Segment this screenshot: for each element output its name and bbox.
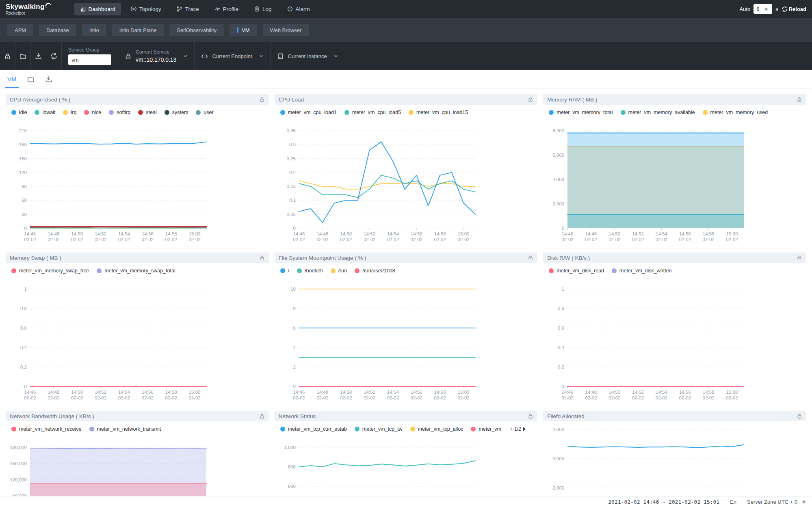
chart-panel-header: CPU Load <box>275 94 538 105</box>
legend-item-meter_vm_tcp_alloc[interactable]: meter_vm_tcp_alloc <box>410 426 463 432</box>
lock-icon[interactable] <box>797 97 802 102</box>
chart-title: CPU Load <box>279 97 304 103</box>
svg-text:02-02: 02-02 <box>118 237 130 242</box>
legend-item-system[interactable]: system <box>165 110 188 115</box>
legend-item-meter_vm_tcp_tw[interactable]: meter_vm_tcp_tw <box>355 426 403 432</box>
dashboard-tab-vm[interactable]: VM <box>230 24 257 36</box>
legend-item-nice[interactable]: nice <box>84 110 101 115</box>
lock-icon[interactable] <box>797 255 802 261</box>
legend-item-steal[interactable]: steal <box>138 110 156 115</box>
legend-item-iowait[interactable]: iowait <box>35 110 55 115</box>
chevron-down-icon[interactable] <box>333 54 338 58</box>
current-endpoint-section[interactable]: Current Endpoint <box>195 42 270 70</box>
menu-item-topology[interactable]: Topology <box>125 3 167 15</box>
language-toggle[interactable]: En <box>730 499 736 505</box>
legend-dot <box>138 110 143 115</box>
dashboard-tab-database[interactable]: Database <box>39 24 76 36</box>
svg-text:4,000: 4,000 <box>553 177 565 182</box>
lock-icon[interactable] <box>259 97 265 102</box>
chevron-down-icon[interactable] <box>259 54 264 58</box>
toolbar-save-button[interactable] <box>31 42 46 70</box>
menu-item-alarm[interactable]: Alarm <box>281 3 316 15</box>
legend-item-meter_vm_tcp_curr_estab[interactable]: meter_vm_tcp_curr_estab <box>280 426 347 432</box>
menu-item-log[interactable]: Log <box>248 3 277 15</box>
dashboard-tab-label: Database <box>46 27 69 33</box>
legend-item-meter_vm_network_receive[interactable]: meter_vm_network_receive <box>11 426 82 432</box>
legend-dot <box>344 110 349 115</box>
legend-item-/boot/efi[interactable]: /boot/efi <box>297 268 323 274</box>
lock-icon[interactable] <box>797 413 802 419</box>
svg-text:02-02: 02-02 <box>48 237 59 242</box>
svg-text:600: 600 <box>288 484 295 489</box>
svg-text:02-02: 02-02 <box>457 237 469 242</box>
svg-text:1: 1 <box>24 287 27 291</box>
chart-panel-cpu-average-used: CPU Average Used ( % )idleiowaitirqnices… <box>6 94 269 246</box>
legend-item-softirq[interactable]: softirq <box>109 110 130 115</box>
svg-text:90: 90 <box>22 184 27 189</box>
increment-icon[interactable] <box>764 7 768 9</box>
menu-item-profile[interactable]: Profile <box>209 3 244 15</box>
dashboard-tab-istio-data-plane[interactable]: Istio Data Plane <box>112 24 164 36</box>
legend-dot <box>612 268 617 273</box>
legend-item-meter_vm_disk_written[interactable]: meter_vm_disk_written <box>612 268 672 274</box>
svg-text:14:58: 14:58 <box>703 390 715 395</box>
legend-item-meter_vm_network_transmit[interactable]: meter_vm_network_transmit <box>89 426 161 432</box>
legend-prev-icon[interactable] <box>510 427 512 431</box>
legend-item-meter_vm_memory_swap_free[interactable]: meter_vm_memory_swap_free <box>11 268 89 274</box>
legend-item-meter_vm_memory_swap_total[interactable]: meter_vm_memory_swap_total <box>97 268 175 274</box>
legend-item-meter_vm_memory_used[interactable]: meter_vm_memory_used <box>703 110 768 115</box>
svg-text:0: 0 <box>562 226 564 231</box>
dashboard-tab-selfobservability[interactable]: SelfObservability <box>169 24 224 36</box>
toolbar-refresh-button[interactable] <box>46 42 62 70</box>
legend-item-meter_vm_cpu_load15[interactable]: meter_vm_cpu_load15 <box>409 110 468 115</box>
current-instance-section[interactable]: Current Instance <box>271 42 345 70</box>
legend-item-meter_vm_memory_available[interactable]: meter_vm_memory_available <box>621 110 695 115</box>
folder-icon[interactable] <box>27 76 35 83</box>
lock-icon[interactable] <box>528 413 533 419</box>
legend-next-icon[interactable] <box>523 427 526 431</box>
decrement-icon[interactable] <box>764 9 768 11</box>
legend-item-idle[interactable]: idle <box>11 110 27 115</box>
menu-item-dashboard[interactable]: Dashboard <box>74 3 121 15</box>
zone-increment-icon[interactable] <box>802 500 806 502</box>
legend-item-meter_vm_memory_total[interactable]: meter_vm_memory_total <box>549 110 613 115</box>
legend-item-meter_vm_cpu_load5[interactable]: meter_vm_cpu_load5 <box>344 110 401 115</box>
reload-button[interactable]: Reload <box>782 6 806 12</box>
svg-text:14:48: 14:48 <box>316 390 328 395</box>
chevron-down-icon[interactable] <box>183 54 188 58</box>
legend-item-/run[interactable]: /run <box>331 268 347 274</box>
legend-item-irq[interactable]: irq <box>63 110 76 115</box>
y-axis-labels: 01,0002,0003,0004,000 <box>553 427 565 507</box>
legend-item-/run/user/1008[interactable]: /run/user/1008 <box>355 268 395 274</box>
toolbar-folder-button[interactable] <box>15 42 31 70</box>
current-service-section[interactable]: Current Service vm::10.170.0.13 <box>118 42 195 70</box>
menu-item-trace[interactable]: Trace <box>171 3 205 15</box>
zone-decrement-icon[interactable] <box>802 502 806 504</box>
service-group-input[interactable] <box>68 54 111 65</box>
toolbar-lock-button[interactable] <box>0 42 15 70</box>
chart-panel-header: Memory RAM ( MB ) <box>543 94 806 105</box>
dashboard-tab-apm[interactable]: APM <box>7 24 33 36</box>
lock-icon[interactable] <box>528 255 533 261</box>
lock-icon[interactable] <box>528 97 533 102</box>
legend-pager: 1/2 <box>510 426 526 432</box>
auto-interval-input[interactable] <box>756 6 764 12</box>
legend-item-user[interactable]: user <box>196 110 213 115</box>
dashboard-tab-web-browser[interactable]: Web Browser <box>263 24 309 36</box>
legend-item-meter_vm_cpu_load1[interactable]: meter_vm_cpu_load1 <box>280 110 337 115</box>
legend-item-/[interactable]: / <box>280 268 289 274</box>
lock-icon[interactable] <box>259 413 265 419</box>
page-tab-row: VM <box>0 70 812 88</box>
dashboard-tab-istio[interactable]: Istio <box>82 24 106 36</box>
time-range-picker[interactable]: 2021-02-02 14:46 ~ 2021-02-02 15:01 <box>608 499 719 505</box>
service-group-label: Service Group <box>68 47 111 53</box>
svg-text:02-02: 02-02 <box>726 395 738 400</box>
lock-icon[interactable] <box>259 255 265 261</box>
svg-text:02-02: 02-02 <box>71 395 83 400</box>
save-icon[interactable] <box>45 76 52 83</box>
auto-interval-stepper <box>754 4 772 14</box>
legend-item-meter_vm[interactable]: meter_vm <box>471 426 501 432</box>
tab-vm[interactable]: VM <box>7 70 17 88</box>
legend-item-meter_vm_disk_read[interactable]: meter_vm_disk_read <box>549 268 604 274</box>
app-logo[interactable]: Skywalking Rocketbot <box>6 3 52 15</box>
